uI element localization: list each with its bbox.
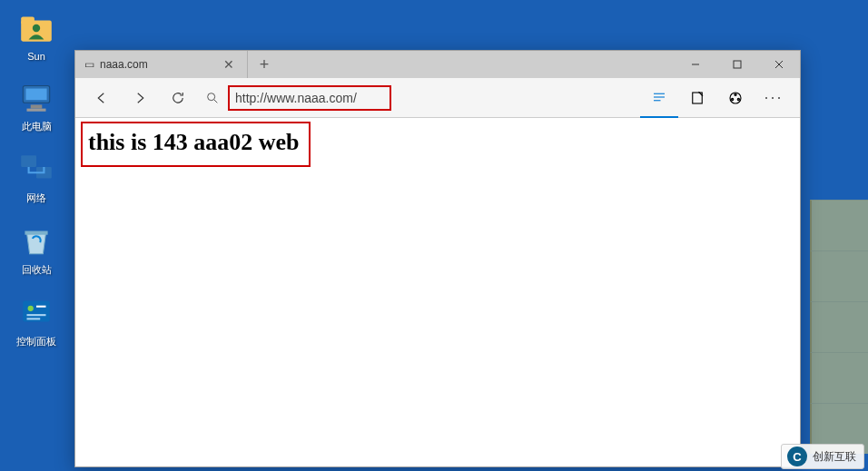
desktop-icon-user[interactable]: Sun bbox=[7, 9, 65, 62]
svg-rect-16 bbox=[734, 61, 741, 68]
url-input[interactable]: http://www.naaa.com/ bbox=[228, 85, 391, 111]
desktop-icon-label: Sun bbox=[27, 51, 45, 62]
more-button[interactable]: ··· bbox=[755, 78, 793, 118]
page-heading: this is 143 aaa02 web bbox=[88, 129, 300, 156]
search-icon bbox=[197, 84, 228, 112]
svg-rect-14 bbox=[27, 318, 41, 319]
desktop-icon-label: 控制面板 bbox=[16, 335, 56, 348]
svg-point-27 bbox=[732, 98, 734, 100]
svg-rect-5 bbox=[31, 104, 43, 108]
notes-button[interactable] bbox=[678, 78, 716, 118]
tab-title: naaa.com bbox=[100, 58, 220, 71]
svg-rect-13 bbox=[27, 314, 46, 316]
toolbar-right: ··· bbox=[640, 78, 793, 118]
page-content: this is 143 aaa02 web bbox=[75, 118, 800, 171]
page-icon: ▭ bbox=[84, 58, 94, 71]
desktop-icon-recycle-bin[interactable]: 回收站 bbox=[7, 221, 65, 277]
desktop-icon-label: 此电脑 bbox=[22, 120, 52, 133]
share-button[interactable] bbox=[716, 78, 755, 118]
svg-rect-9 bbox=[25, 231, 47, 235]
desktop-icon-this-pc[interactable]: 此电脑 bbox=[7, 78, 65, 133]
content-highlight-box: this is 143 aaa02 web bbox=[81, 122, 311, 167]
browser-tab[interactable]: ▭ naaa.com ✕ bbox=[75, 51, 248, 78]
svg-point-26 bbox=[735, 93, 736, 95]
desktop-icon-label: 网络 bbox=[26, 191, 46, 205]
window-controls bbox=[675, 51, 800, 78]
svg-point-28 bbox=[737, 98, 739, 100]
forward-button[interactable] bbox=[121, 78, 159, 118]
computer-icon bbox=[17, 78, 55, 116]
more-icon: ··· bbox=[764, 88, 783, 107]
svg-rect-4 bbox=[25, 89, 46, 101]
watermark-text: 创新互联 bbox=[813, 449, 856, 465]
tabs-row: ▭ naaa.com ✕ + bbox=[75, 51, 800, 78]
minimize-button[interactable] bbox=[675, 51, 716, 78]
watermark: C 创新互联 bbox=[781, 444, 864, 469]
recycle-bin-icon bbox=[17, 221, 55, 260]
tab-close-button[interactable]: ✕ bbox=[220, 57, 238, 72]
refresh-button[interactable] bbox=[159, 78, 197, 118]
toolbar: http://www.naaa.com/ ··· bbox=[75, 78, 800, 118]
desktop-icon-label: 回收站 bbox=[22, 263, 52, 277]
browser-window: ▭ naaa.com ✕ + bbox=[74, 50, 801, 467]
new-tab-button[interactable]: + bbox=[248, 51, 281, 78]
desktop-icons: Sun 此电脑 网络 回收站 控制面板 bbox=[7, 9, 65, 348]
svg-line-20 bbox=[214, 100, 217, 103]
close-button[interactable] bbox=[758, 51, 800, 78]
svg-rect-12 bbox=[36, 306, 46, 308]
desktop-icon-control-panel[interactable]: 控制面板 bbox=[7, 293, 65, 348]
svg-point-11 bbox=[28, 306, 34, 311]
svg-rect-7 bbox=[21, 155, 36, 167]
reading-view-button[interactable] bbox=[640, 78, 678, 118]
desktop-icon-network[interactable]: 网络 bbox=[7, 150, 65, 205]
maximize-button[interactable] bbox=[716, 51, 758, 78]
back-button[interactable] bbox=[83, 78, 121, 118]
watermark-logo: C bbox=[787, 446, 807, 466]
network-icon bbox=[17, 150, 55, 188]
svg-rect-1 bbox=[21, 16, 35, 24]
control-panel-icon bbox=[17, 293, 55, 331]
svg-point-19 bbox=[208, 93, 215, 100]
desktop: Sun 此电脑 网络 回收站 控制面板 bbox=[0, 0, 868, 471]
user-folder-icon bbox=[17, 9, 55, 47]
taskbar-peek-decor bbox=[810, 200, 868, 454]
svg-point-2 bbox=[33, 25, 40, 32]
svg-rect-6 bbox=[27, 109, 46, 112]
